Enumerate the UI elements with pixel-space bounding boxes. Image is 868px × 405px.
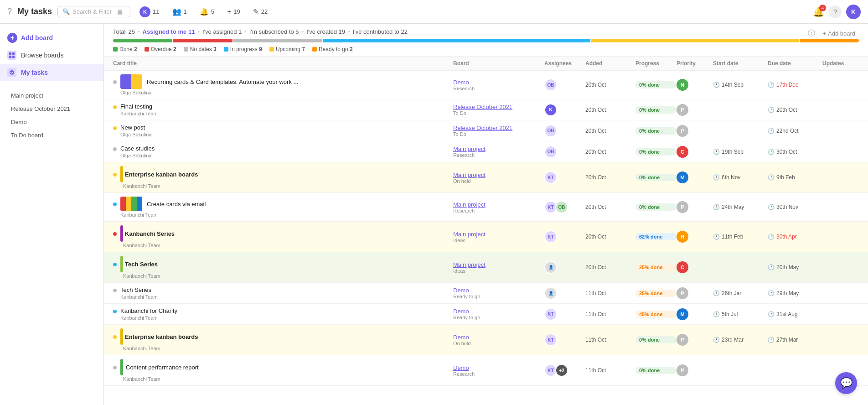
card-title[interactable]: New post: [120, 124, 145, 131]
user-avatar[interactable]: K: [846, 5, 861, 19]
assignee-avatar: OB: [544, 125, 557, 137]
col-assignees: Assignees: [544, 60, 585, 67]
sidebar-divider: [7, 85, 96, 85]
card-title[interactable]: Tech Series: [120, 286, 151, 293]
board-cell: Main project Ideas: [453, 261, 544, 274]
pencil-badge[interactable]: ✎ 22: [249, 5, 271, 18]
start-icon: 🕐: [713, 290, 720, 296]
card-title[interactable]: Recurring cards & Card templates. Automa…: [147, 78, 298, 85]
sidebar-project-main[interactable]: Main project: [0, 89, 103, 102]
board-name[interactable]: Demo: [453, 308, 544, 315]
ive-assigned-link[interactable]: I've assigned 1: [202, 28, 242, 35]
board-name[interactable]: Main project: [453, 145, 544, 152]
filter-icon[interactable]: ▦: [117, 8, 123, 15]
col-progress: Progress: [636, 60, 677, 67]
start-date: 🕐 14th Sep: [713, 82, 768, 88]
board-cell: Release October 2021 To Do: [453, 125, 544, 137]
added-date: 11th Oct: [585, 311, 636, 317]
sidebar-item-my-tasks[interactable]: My tasks: [0, 64, 103, 81]
search-filter-bar[interactable]: 🔍 Search & Filter ▦: [57, 6, 130, 17]
notification-button[interactable]: 🔔 4: [813, 6, 824, 17]
priority-badge: P: [677, 287, 688, 299]
added-date: 20th Oct: [585, 107, 636, 113]
card-subtitle: Kanbanchi Team: [120, 212, 158, 218]
chat-button[interactable]: 💬: [835, 372, 857, 394]
added-date: 11th Oct: [585, 337, 636, 343]
board-cell: Main project Ideas: [453, 231, 544, 243]
table-row: Kanbanchi Series Kanbanchi Team Main pro…: [104, 222, 868, 252]
bar-done: [113, 39, 172, 42]
card-subtitle: Kanbanchi Team: [123, 376, 160, 382]
card-title[interactable]: Enterprise kanban boards: [125, 333, 198, 340]
chat-icon: 💬: [840, 377, 852, 389]
status-dot: [113, 310, 117, 313]
bell-badge[interactable]: 🔔 5: [196, 5, 218, 18]
people-badge[interactable]: 👥 1: [169, 5, 191, 18]
board-cell: Release October 2021 To Do: [453, 104, 544, 116]
stats-top-row: Total 25 • Assigned to me 11 • I've assi…: [113, 28, 859, 39]
card-title[interactable]: Final testing: [120, 103, 152, 110]
assigned-to-me-link[interactable]: Assigned to me 11: [143, 28, 195, 35]
ive-contributed-link[interactable]: I've contributed to 22: [353, 28, 408, 35]
card-title[interactable]: Tech Series: [125, 261, 158, 268]
ive-created-link[interactable]: I've created 19: [306, 28, 345, 35]
status-dot: [113, 126, 117, 130]
assignee-cell: 👤: [544, 287, 585, 300]
progress-badge: 0% done: [636, 127, 677, 135]
overdue-dot: [145, 47, 149, 52]
board-name[interactable]: Demo: [453, 287, 544, 294]
added-date: 20th Oct: [585, 204, 636, 210]
svg-rect-3: [12, 56, 15, 58]
add-board-main-button[interactable]: + Add board: [819, 28, 859, 39]
card-title[interactable]: Enterprise kanban boards: [125, 171, 198, 178]
card-title[interactable]: Kanbanchi Series: [125, 230, 175, 237]
board-name[interactable]: Main project: [453, 261, 544, 268]
added-date: 20th Oct: [585, 149, 636, 155]
due-date: 🕐 30th Oct: [768, 149, 822, 155]
im-subscribed-link[interactable]: I'm subscribed to 5: [249, 28, 299, 35]
card-title[interactable]: Kanbanchi for Charity: [120, 307, 177, 314]
legend-upcoming: Upcoming 7: [269, 46, 305, 52]
due-icon: 🕐: [768, 204, 775, 210]
add-board-button[interactable]: + Add board: [0, 29, 103, 47]
card-color-bar: [120, 225, 123, 242]
board-name[interactable]: Release October 2021: [453, 104, 544, 110]
board-name[interactable]: Main project: [453, 201, 544, 208]
card-title[interactable]: Content performance report: [126, 364, 199, 371]
board-name[interactable]: Release October 2021: [453, 125, 544, 131]
due-date: 🕐 29th May: [768, 290, 822, 296]
sidebar-project-demo[interactable]: Demo: [0, 115, 103, 129]
progress-badge: 0% done: [636, 367, 677, 374]
due-icon: 🕐: [768, 264, 775, 270]
board-cell: Demo On hold: [453, 334, 544, 346]
due-date: 🕐 20th Oct: [768, 107, 822, 113]
board-name[interactable]: Demo: [453, 79, 544, 86]
table-row: Kanbanchi for Charity Kanbanchi Team Dem…: [104, 304, 868, 325]
k-badge[interactable]: K 11: [136, 5, 163, 19]
sidebar: + Add board Browse boards My tasks Main …: [0, 24, 104, 405]
board-name[interactable]: Main project: [453, 231, 544, 238]
plus-badge[interactable]: + 19: [223, 6, 244, 18]
sidebar-project-release[interactable]: Release October 2021: [0, 102, 103, 115]
sidebar-item-browse-boards[interactable]: Browse boards: [0, 47, 103, 64]
due-date: 🕐 22nd Oct: [768, 128, 822, 134]
priority-badge: P: [677, 334, 688, 346]
due-icon: 🕐: [768, 128, 775, 134]
added-date: 11th Oct: [585, 367, 636, 374]
sidebar-project-todo[interactable]: To Do board: [0, 129, 103, 142]
board-list: Research: [453, 208, 544, 213]
board-name[interactable]: Main project: [453, 171, 544, 178]
assignee-avatar: KT: [544, 333, 557, 346]
header-right: 🔔 4 ? K: [813, 5, 861, 19]
board-name[interactable]: Demo: [453, 364, 544, 371]
priority-badge: C: [677, 261, 688, 273]
main-content: Total 25 • Assigned to me 11 • I've assi…: [104, 24, 868, 405]
card-title[interactable]: Create cards via email: [147, 201, 206, 208]
start-icon: 🕐: [713, 82, 720, 88]
card-title[interactable]: Case studies: [120, 145, 155, 152]
notif-count-badge: 4: [819, 5, 826, 11]
board-name[interactable]: Demo: [453, 334, 544, 341]
help-button[interactable]: ?: [829, 5, 842, 18]
status-dot: [113, 366, 117, 369]
board-cell: Demo Research: [453, 79, 544, 91]
